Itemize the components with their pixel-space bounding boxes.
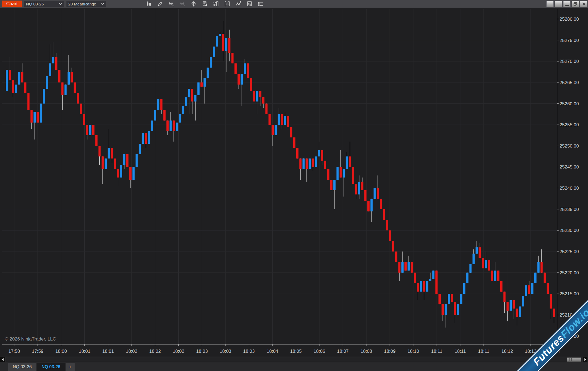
drawing-tools-icon[interactable]: [157, 1, 163, 7]
svg-text:25240.00: 25240.00: [560, 186, 579, 191]
chevron-down-icon: [59, 3, 62, 5]
indicators-icon[interactable]: [224, 1, 230, 7]
interval-selector[interactable]: 20 MeanRange: [66, 1, 106, 7]
window-controls: [546, 1, 587, 7]
svg-text:25225.00: 25225.00: [560, 249, 579, 254]
instrument-selector-value: NQ 03-26: [26, 2, 44, 6]
svg-text:25245.00: 25245.00: [560, 164, 579, 170]
svg-text:18:01: 18:01: [79, 349, 90, 354]
arrow-left-icon: [2, 358, 4, 361]
svg-text:25265.00: 25265.00: [560, 80, 579, 85]
svg-text:18:00: 18:00: [55, 349, 67, 354]
svg-text:18:02: 18:02: [149, 349, 161, 354]
svg-text:18:03: 18:03: [243, 349, 255, 354]
svg-text:18:03: 18:03: [196, 349, 208, 354]
svg-text:25270.00: 25270.00: [560, 59, 579, 64]
scrollbar-track[interactable]: [5, 357, 582, 362]
chart-panel-icon[interactable]: [213, 1, 219, 7]
scrollbar-thumb[interactable]: [567, 357, 581, 362]
instrument-selector[interactable]: NQ 03-26: [24, 1, 64, 7]
zoom-out-icon[interactable]: [179, 1, 186, 7]
svg-text:18:02: 18:02: [173, 349, 184, 354]
interval-selector-value: 20 MeanRange: [68, 2, 96, 6]
restore-button[interactable]: [572, 1, 579, 7]
svg-text:25275.00: 25275.00: [560, 38, 579, 43]
svg-text:18:05: 18:05: [290, 349, 302, 354]
arrow-right-icon: [584, 358, 586, 361]
add-tab-button[interactable]: +: [66, 363, 75, 371]
svg-text:25220.00: 25220.00: [560, 270, 579, 275]
svg-text:25215.00: 25215.00: [560, 291, 579, 296]
interval-link-button[interactable]: [555, 1, 562, 7]
close-button[interactable]: [580, 1, 587, 7]
svg-text:17:58: 17:58: [8, 349, 20, 354]
svg-text:25280.00: 25280.00: [560, 17, 579, 22]
restore-icon: [574, 2, 577, 6]
svg-text:18:04: 18:04: [267, 349, 278, 354]
scroll-right-button[interactable]: [583, 357, 587, 362]
svg-text:25250.00: 25250.00: [560, 143, 579, 149]
svg-text:18:07: 18:07: [337, 349, 349, 354]
minimize-button[interactable]: [563, 1, 571, 7]
instrument-link-button[interactable]: [546, 1, 554, 7]
svg-text:18:08: 18:08: [361, 349, 372, 354]
zoom-in-icon[interactable]: [168, 1, 175, 7]
properties-list-icon[interactable]: [258, 1, 264, 7]
svg-text:18:11: 18:11: [455, 349, 466, 354]
chart-toolbar: [146, 1, 264, 7]
tab-nq-03-26-2[interactable]: NQ 03-26: [37, 363, 65, 371]
svg-text:18:06: 18:06: [313, 349, 325, 354]
copyright-text: © 2026 NinjaTrader, LLC: [5, 336, 56, 342]
svg-text:18:03: 18:03: [220, 349, 231, 354]
close-icon: [582, 2, 586, 5]
chart-style-icon[interactable]: [146, 1, 152, 7]
svg-text:25260.00: 25260.00: [560, 101, 579, 106]
scrollbar-grip-icon: [569, 358, 572, 361]
svg-text:17:59: 17:59: [32, 349, 44, 354]
strategies-icon[interactable]: [246, 1, 253, 7]
scroll-left-button[interactable]: [0, 357, 5, 362]
chart-scrollbar: [0, 357, 588, 363]
tab-nq-03-26-1[interactable]: NQ 03-26: [8, 363, 36, 371]
svg-text:18:09: 18:09: [384, 349, 396, 354]
minimize-icon: [565, 5, 569, 6]
svg-text:18:11: 18:11: [431, 349, 442, 354]
window-titlebar: Chart NQ 03-26 20 MeanRange: [0, 0, 588, 8]
svg-text:25235.00: 25235.00: [560, 207, 579, 212]
chart-menu-button[interactable]: Chart: [2, 1, 22, 7]
draw-line-icon[interactable]: [235, 1, 242, 7]
chevron-down-icon: [101, 3, 104, 5]
svg-text:25255.00: 25255.00: [560, 122, 579, 127]
crosshair-icon[interactable]: [191, 1, 197, 7]
price-chart[interactable]: 25280.0025275.0025270.0025265.0025260.00…: [0, 0, 588, 371]
svg-text:18:02: 18:02: [126, 349, 138, 354]
svg-text:18:12: 18:12: [501, 349, 513, 354]
svg-text:18:01: 18:01: [102, 349, 114, 354]
data-box-icon[interactable]: [202, 1, 208, 7]
svg-text:18:10: 18:10: [407, 349, 419, 354]
svg-text:18:11: 18:11: [478, 349, 489, 354]
tab-bar: NQ 03-26 NQ 03-26 +: [0, 363, 588, 371]
svg-text:25230.00: 25230.00: [560, 228, 579, 233]
